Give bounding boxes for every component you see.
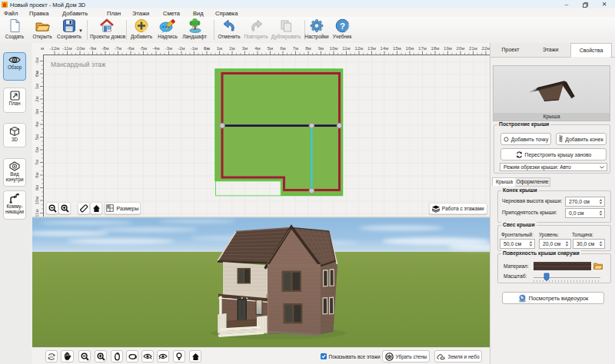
svg-text:6м: 6м (35, 147, 39, 152)
svg-text:1м: 1м (35, 84, 39, 89)
svg-text:19м: 19м (444, 46, 452, 51)
svg-text:-5м: -5м (140, 46, 147, 51)
svg-text:12м: 12м (355, 46, 364, 51)
svg-text:0м: 0м (204, 46, 210, 51)
svg-text:9м: 9м (35, 185, 39, 190)
svg-text:21м: 21м (469, 46, 477, 51)
svg-text:16м: 16м (406, 46, 414, 51)
svg-text:0м: 0м (35, 71, 39, 77)
svg-text:14м: 14м (381, 46, 389, 51)
svg-text:3м: 3м (35, 109, 39, 114)
svg-text:22м: 22м (482, 46, 490, 51)
svg-text:4м: 4м (35, 121, 39, 127)
svg-text:360: 360 (50, 355, 54, 358)
svg-text:9м: 9м (318, 46, 324, 51)
svg-text:-1м: -1м (191, 46, 198, 51)
svg-text:11м: 11м (35, 209, 39, 217)
svg-text:10м: 10м (330, 46, 338, 51)
svg-text:7м: 7м (35, 160, 39, 165)
svg-text:20м: 20м (457, 46, 465, 51)
svg-text:8м: 8м (305, 46, 311, 51)
svg-text:м: м (41, 46, 44, 51)
svg-text:3м: 3м (242, 46, 248, 51)
svg-text:18м: 18м (431, 46, 440, 51)
svg-text:5м: 5м (35, 134, 39, 140)
svg-text:-11м: -11м (62, 46, 71, 51)
svg-text:-2м: -2м (178, 46, 184, 51)
svg-text:6м: 6м (280, 46, 285, 51)
svg-text:17м: 17м (418, 46, 427, 51)
svg-text:?: ? (339, 22, 344, 31)
svg-text:13м: 13м (367, 46, 376, 51)
svg-text:4м: 4м (254, 46, 260, 51)
svg-text:1м: 1м (217, 46, 222, 51)
svg-text:-8м: -8м (101, 46, 108, 51)
svg-text:-4м: -4м (152, 46, 159, 51)
svg-text:-9м: -9м (89, 46, 96, 51)
svg-text:8м: 8м (35, 172, 39, 177)
svg-text:-7м: -7м (115, 46, 121, 51)
svg-text:2м: 2м (229, 46, 234, 51)
svg-text:2м: 2м (35, 96, 39, 101)
svg-text:7м: 7м (293, 46, 298, 51)
svg-text:-1м: -1м (35, 58, 39, 65)
svg-text:15м: 15м (393, 46, 401, 51)
svg-text:5м: 5м (268, 46, 273, 51)
svg-text:-10м: -10м (75, 46, 85, 51)
svg-text:11м: 11м (342, 46, 350, 51)
svg-text:-12м: -12м (50, 46, 60, 51)
svg-text:-3м: -3м (165, 46, 172, 51)
svg-text:-6м: -6м (127, 46, 134, 51)
svg-text:10м: 10м (35, 197, 39, 205)
